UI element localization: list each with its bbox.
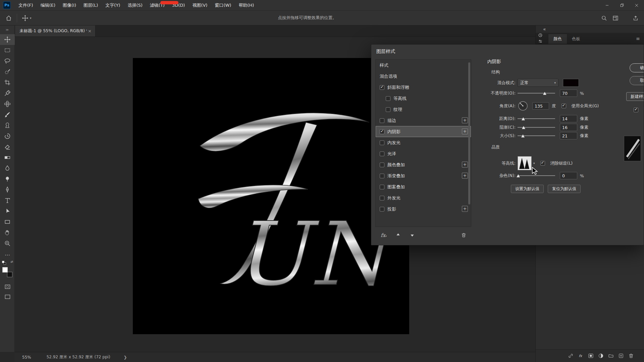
minimize-icon[interactable] [600, 0, 614, 11]
blending-options-row[interactable]: 混合选项 [376, 71, 471, 82]
effect-checkbox[interactable] [380, 174, 384, 178]
effect-checkbox[interactable] [386, 107, 390, 112]
add-effect-fx-button[interactable]: fx▾ [381, 232, 387, 238]
size-slider[interactable] [518, 132, 555, 140]
contour-chevron-icon[interactable]: ▾ [533, 162, 535, 165]
add-effect-instance-button[interactable]: + [462, 206, 468, 212]
styles-header[interactable]: 样式 [376, 60, 471, 71]
delete-icon[interactable] [628, 353, 634, 359]
dodge-tool[interactable] [0, 174, 15, 184]
clone-stamp-tool[interactable] [0, 120, 15, 131]
effect-checkbox[interactable] [380, 152, 384, 156]
pen-tool[interactable] [0, 184, 15, 195]
move-effect-up-icon[interactable] [395, 232, 401, 238]
gradient-tool[interactable] [0, 152, 15, 163]
quick-mask-icon[interactable] [0, 282, 15, 291]
blend-mode-dropdown[interactable]: 正常 ▾ [518, 79, 558, 87]
blur-tool[interactable] [0, 163, 15, 174]
close-icon[interactable] [629, 0, 644, 11]
menu-item-5[interactable]: 选择(S) [124, 0, 146, 11]
effect-row-7[interactable]: 颜色叠加+ [376, 159, 471, 170]
effect-checkbox[interactable] [380, 163, 384, 167]
choke-field[interactable] [560, 124, 577, 131]
workspace-icon[interactable] [612, 15, 619, 21]
home-icon[interactable] [5, 15, 12, 21]
delete-effect-icon[interactable] [461, 232, 467, 238]
edit-toolbar-button[interactable]: ⋯ [0, 251, 15, 259]
angle-field[interactable] [532, 102, 549, 110]
add-effect-instance-button[interactable]: + [462, 173, 468, 179]
document-tab[interactable]: 未标题-1 @ 55% (LOGO, RGB/8) * × [15, 25, 96, 37]
effect-checkbox[interactable] [386, 96, 390, 101]
menu-item-0[interactable]: 文件(F) [15, 0, 37, 11]
rectangle-tool[interactable] [0, 217, 15, 227]
type-tool[interactable] [0, 195, 15, 206]
link-icon[interactable] [568, 353, 574, 359]
menu-item-9[interactable]: 窗口(W) [211, 0, 235, 11]
history-panel-icon[interactable] [538, 33, 543, 38]
fx-icon[interactable]: fx [578, 353, 584, 359]
lasso-tool[interactable] [0, 56, 15, 66]
path-selection-tool[interactable] [0, 206, 15, 217]
hand-tool[interactable] [0, 227, 15, 238]
opacity-field[interactable] [560, 89, 577, 97]
noise-slider[interactable] [518, 172, 555, 180]
shadow-color-swatch[interactable] [563, 79, 579, 86]
crop-tool[interactable] [0, 77, 15, 88]
add-effect-instance-button[interactable]: + [462, 162, 468, 168]
screen-mode-icon[interactable] [0, 292, 15, 301]
search-icon[interactable] [601, 15, 607, 21]
group-icon[interactable] [608, 353, 614, 359]
distance-field[interactable] [560, 115, 577, 122]
effect-row-5[interactable]: 内发光 [376, 137, 471, 148]
add-effect-instance-button[interactable]: + [462, 117, 468, 123]
tab-color[interactable]: 颜色 [548, 34, 567, 44]
choke-slider[interactable] [518, 123, 555, 131]
status-flyout-icon[interactable]: ❯ [124, 355, 127, 360]
effect-checkbox[interactable] [380, 185, 384, 189]
brush-tool[interactable] [0, 109, 15, 120]
new-layer-icon[interactable] [618, 353, 624, 359]
effect-row-8[interactable]: 渐变叠加+ [376, 170, 471, 181]
collapse-panels-icon[interactable]: « [543, 26, 546, 32]
add-effect-instance-button[interactable]: + [462, 128, 468, 134]
set-default-button[interactable]: 设置为默认值 [511, 185, 544, 193]
spot-healing-tool[interactable] [0, 99, 15, 109]
opacity-slider[interactable] [518, 89, 555, 97]
history-brush-tool[interactable] [0, 131, 15, 141]
menu-item-2[interactable]: 图像(I) [59, 0, 80, 11]
cancel-button[interactable]: 取消 [630, 76, 644, 85]
preview-checkbox[interactable]: 预览 [634, 107, 644, 113]
reset-default-button[interactable]: 复位为默认值 [548, 185, 581, 193]
panel-menu-icon[interactable]: ≡ [636, 36, 640, 41]
menu-item-3[interactable]: 图层(L) [80, 0, 102, 11]
eraser-tool[interactable] [0, 141, 15, 152]
menu-item-8[interactable]: 视图(V) [189, 0, 211, 11]
move-tool[interactable] [0, 34, 15, 45]
menu-item-10[interactable]: 帮助(H) [235, 0, 258, 11]
adjustment-icon[interactable] [598, 353, 604, 359]
quick-selection-tool[interactable] [0, 66, 15, 77]
effect-row-1[interactable]: 等高线 [376, 93, 471, 104]
restore-icon[interactable] [614, 0, 629, 11]
effect-checkbox[interactable] [380, 85, 384, 90]
rect-marquee-tool[interactable] [0, 45, 15, 56]
effect-checkbox[interactable] [380, 207, 384, 212]
tab-close-icon[interactable]: × [87, 28, 93, 34]
use-global-light-checkbox[interactable]: 使用全局光(G) [561, 103, 599, 109]
zoom-tool[interactable] [0, 238, 15, 249]
toolbar-grip-icon[interactable]: ≫ [0, 25, 14, 34]
foreground-color-chip[interactable] [2, 267, 8, 273]
document-canvas[interactable]: UN [133, 58, 409, 334]
effect-row-2[interactable]: 纹理 [376, 104, 471, 115]
tab-swatches[interactable]: 色板 [567, 34, 585, 44]
effect-row-6[interactable]: 光泽 [376, 148, 471, 159]
swap-colors-icon[interactable]: ⇄ [10, 260, 13, 263]
share-icon[interactable] [633, 15, 639, 21]
distance-slider[interactable] [518, 115, 555, 123]
menu-item-4[interactable]: 文字(Y) [102, 0, 124, 11]
effect-row-3[interactable]: 描边+ [376, 115, 471, 126]
angle-dial[interactable] [518, 101, 528, 111]
effect-row-10[interactable]: 外发光 [376, 192, 471, 203]
mask-icon[interactable] [588, 353, 594, 359]
